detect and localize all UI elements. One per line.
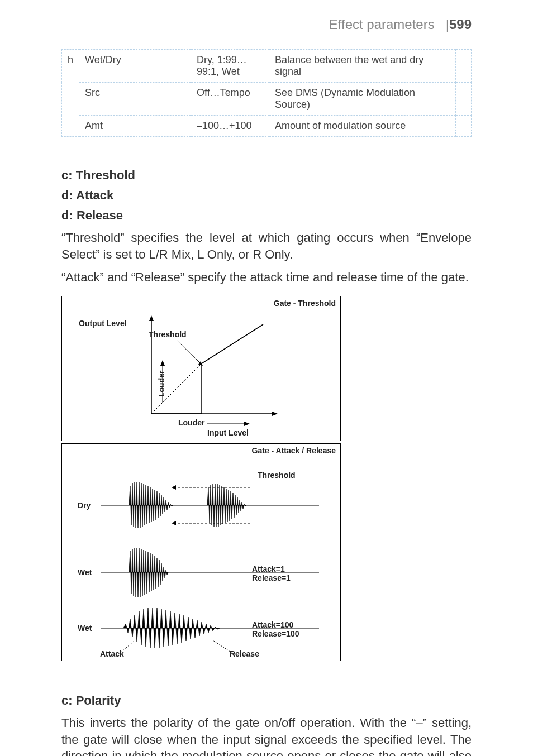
diagram-gate-attack-release: Gate - Attack / Release xyxy=(61,443,341,661)
table-row: h Wet/Dry Dry, 1:99…99:1, Wet Balance be… xyxy=(62,50,472,83)
param-range: Off…Tempo xyxy=(191,83,269,116)
param-range: –100…+100 xyxy=(191,116,269,137)
paragraph-threshold-desc: “Threshold” specifies the level at which… xyxy=(61,229,472,262)
attack-pointer-label: Attack xyxy=(100,649,124,658)
svg-marker-11 xyxy=(160,360,165,366)
attack-release-plot-svg xyxy=(62,444,341,662)
attack-1-label: Attack=1 xyxy=(252,564,285,573)
diagram-gate-threshold: Gate - Threshold Output Level xyxy=(61,296,341,441)
svg-marker-13 xyxy=(244,422,250,426)
row-trailer xyxy=(456,83,472,116)
svg-marker-2 xyxy=(149,315,154,321)
heading-threshold: c: Threshold xyxy=(61,168,472,183)
paragraph-polarity-desc: This inverts the polarity of the gate on… xyxy=(61,715,472,756)
heading-polarity: c: Polarity xyxy=(61,693,472,708)
svg-marker-16 xyxy=(172,485,176,490)
svg-marker-3 xyxy=(272,412,278,416)
row-trailer xyxy=(456,50,472,83)
heading-release: d: Release xyxy=(61,208,472,223)
threshold-label: Threshold xyxy=(258,471,296,480)
release-1-label: Release=1 xyxy=(252,573,291,582)
svg-line-8 xyxy=(177,340,201,363)
heading-attack: d: Attack xyxy=(61,188,472,203)
param-desc: Balance between the wet and dry signal xyxy=(269,50,456,83)
svg-line-7 xyxy=(202,324,263,363)
row-index: h xyxy=(62,50,79,137)
param-desc: See DMS (Dynamic Modulation Source) xyxy=(269,83,456,116)
page-header: Effect parameters |599 xyxy=(61,17,472,32)
louder-x-label: Louder xyxy=(178,418,204,427)
table-row: Amt –100…+100 Amount of modulation sourc… xyxy=(62,116,472,137)
threshold-pointer-label: Threshold xyxy=(149,330,187,339)
svg-marker-18 xyxy=(172,521,176,525)
attack-100-label: Attack=100 xyxy=(252,620,293,629)
header-section-title: Effect parameters xyxy=(329,17,435,32)
param-desc: Amount of modulation source xyxy=(269,116,456,137)
row-dry-label: Dry xyxy=(78,501,91,510)
parameter-table: h Wet/Dry Dry, 1:99…99:1, Wet Balance be… xyxy=(61,49,472,137)
param-range: Dry, 1:99…99:1, Wet xyxy=(191,50,269,83)
param-name: Wet/Dry xyxy=(79,50,191,83)
param-name: Src xyxy=(79,83,191,116)
release-100-label: Release=100 xyxy=(252,629,299,638)
row-wet1-label: Wet xyxy=(78,568,92,577)
row-trailer xyxy=(456,116,472,137)
param-name: Amt xyxy=(79,116,191,137)
x-axis-label: Input Level xyxy=(207,428,249,437)
paragraph-attack-release-desc: “Attack” and “Release” specify the attac… xyxy=(61,269,472,286)
header-page-number: 599 xyxy=(449,17,472,32)
table-row: Src Off…Tempo See DMS (Dynamic Modulatio… xyxy=(62,83,472,116)
row-wet2-label: Wet xyxy=(78,624,92,633)
louder-y-label: Louder xyxy=(157,371,166,397)
release-pointer-label: Release xyxy=(230,649,259,658)
